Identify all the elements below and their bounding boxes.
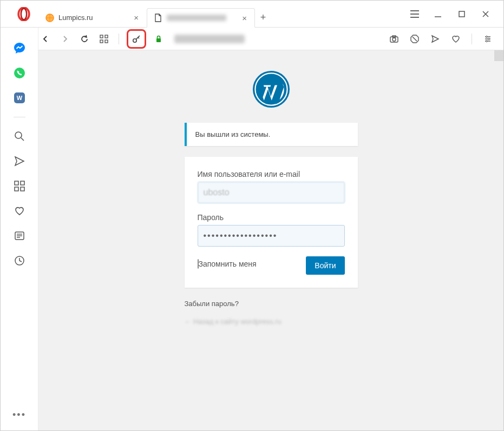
snapshot-icon[interactable] [387, 32, 401, 46]
reload-button[interactable] [77, 32, 91, 46]
lumpics-favicon-icon [45, 14, 54, 22]
messenger-icon[interactable] [12, 41, 27, 55]
logout-message-text: Вы вышли из системы. [195, 130, 271, 138]
flow-icon[interactable] [12, 154, 27, 168]
send-icon[interactable] [428, 32, 442, 46]
svg-rect-10 [105, 35, 108, 38]
svg-point-18 [392, 38, 396, 41]
side-rail: W ••• [1, 28, 38, 430]
maximize-button[interactable] [454, 6, 470, 22]
tab-label-blurred [167, 15, 226, 21]
search-icon[interactable] [12, 129, 27, 143]
tab-label: Lumpics.ru [58, 14, 93, 22]
separator [472, 34, 472, 44]
back-button[interactable] [38, 32, 53, 46]
username-label: Имя пользователя или e-mail [198, 170, 345, 178]
tab-close-icon[interactable]: × [132, 13, 141, 22]
tab-lumpics[interactable]: Lumpics.ru × [38, 8, 147, 27]
separator [119, 34, 119, 44]
minimize-button[interactable] [430, 6, 446, 22]
svg-point-24 [486, 36, 488, 37]
password-key-highlight [127, 29, 146, 49]
svg-marker-34 [15, 157, 24, 165]
adblock-icon[interactable] [408, 32, 422, 46]
easy-setup-button[interactable] [407, 6, 422, 22]
speed-dial-side-icon[interactable] [12, 179, 27, 193]
svg-rect-9 [100, 35, 103, 38]
svg-text:W: W [16, 95, 22, 101]
forgot-password-link[interactable]: Забыли пароль? [185, 300, 358, 308]
svg-rect-35 [15, 181, 18, 185]
tab-close-icon[interactable]: × [240, 14, 249, 23]
wordpress-logo-icon [251, 69, 291, 109]
address-bar [1, 28, 503, 50]
window-controls [397, 1, 503, 28]
back-to-site-link[interactable]: ← Назад к сайту wordpress.ru [185, 317, 358, 326]
history-icon[interactable] [12, 254, 27, 268]
svg-line-15 [138, 37, 139, 38]
login-form: Имя пользователя или e-mail Пароль Запом… [185, 157, 358, 288]
username-input[interactable] [198, 182, 345, 203]
vk-icon[interactable]: W [12, 91, 27, 105]
svg-rect-11 [100, 40, 103, 43]
speed-dial-button[interactable] [97, 32, 111, 46]
svg-rect-3 [459, 11, 464, 17]
close-button[interactable] [477, 6, 494, 22]
tab-active[interactable]: × [147, 8, 255, 28]
svg-point-44 [252, 71, 289, 108]
remember-me[interactable]: Запомнить меня [198, 260, 257, 268]
new-tab-button[interactable]: + [255, 8, 271, 27]
whatsapp-icon[interactable] [12, 66, 27, 80]
forward-button[interactable] [58, 32, 72, 46]
svg-rect-37 [15, 187, 18, 191]
svg-point-1 [21, 9, 27, 20]
address-url-blurred[interactable] [174, 35, 245, 43]
svg-point-29 [14, 68, 25, 78]
remember-label: Запомнить меня [199, 260, 257, 268]
svg-rect-36 [21, 181, 24, 185]
password-input[interactable] [198, 225, 345, 247]
news-icon[interactable] [12, 229, 27, 243]
padlock-icon[interactable] [152, 32, 166, 46]
page-content: Вы вышли из системы. Имя пользователя ил… [38, 50, 503, 430]
svg-line-14 [136, 36, 140, 39]
svg-point-0 [18, 8, 29, 21]
logout-message: Вы вышли из системы. [185, 123, 358, 146]
svg-line-33 [21, 138, 24, 141]
svg-rect-12 [105, 40, 108, 43]
svg-point-26 [488, 38, 490, 39]
vertical-scrollbar[interactable] [494, 50, 503, 61]
svg-marker-22 [432, 36, 438, 42]
password-label: Пароль [198, 213, 345, 222]
svg-line-21 [413, 37, 417, 41]
divider [14, 117, 25, 117]
sidebar-settings-icon[interactable] [481, 32, 495, 46]
heart-icon[interactable] [449, 32, 463, 46]
more-button[interactable]: ••• [12, 409, 26, 421]
svg-point-32 [15, 132, 22, 138]
bookmarks-heart-icon[interactable] [12, 204, 27, 218]
opera-logo-icon [17, 7, 31, 21]
login-button[interactable]: Войти [306, 256, 344, 275]
svg-point-13 [133, 38, 136, 42]
svg-rect-16 [156, 38, 161, 42]
svg-rect-38 [21, 187, 24, 191]
page-favicon-icon [154, 14, 162, 22]
svg-point-28 [486, 40, 488, 42]
password-key-icon[interactable] [129, 32, 143, 46]
